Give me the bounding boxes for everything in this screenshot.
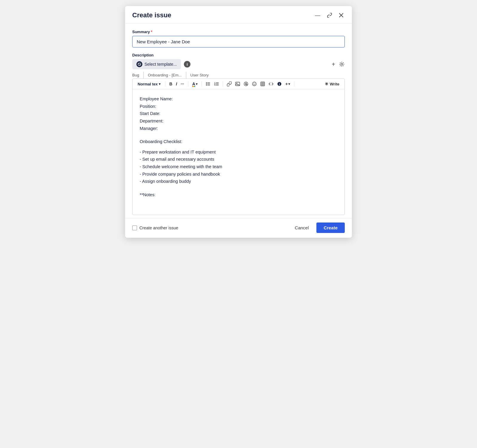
blank-line [140,185,337,188]
create-another-label: Create another issue [139,225,178,230]
settings-button[interactable] [339,61,345,67]
cancel-button[interactable]: Cancel [290,223,314,233]
editor-line: **Notes: [140,191,337,199]
color-section: A ▾ [191,81,199,87]
expand-button[interactable] [326,12,333,19]
create-another-wrapper: Create another issue [132,225,178,230]
bullet-list-button[interactable] [204,81,212,87]
svg-point-1 [341,63,343,65]
link-button[interactable] [225,81,233,87]
modal-header: Create issue — [125,6,352,24]
svg-rect-15 [261,82,265,86]
minimize-button[interactable]: — [314,12,321,19]
footer-right: Cancel Create [290,223,345,233]
modal-title: Create issue [132,11,171,19]
description-field: Description Select template... [132,53,345,215]
blank-line [140,135,337,138]
more-insert-button[interactable]: + ▾ [284,81,292,87]
header-controls: — [314,12,345,19]
bold-button[interactable]: B [168,81,174,87]
create-button[interactable]: Create [316,223,345,233]
modal-footer: Create another issue Cancel Create [125,218,352,238]
editor-content[interactable]: Employee Name: Position: Start Date: Dep… [133,89,344,215]
editor-line: Position: [140,103,337,110]
svg-point-12 [253,82,256,86]
emoji-button[interactable] [250,81,258,87]
bullet-list-icon [206,82,210,86]
editor-line: - Schedule welcome meeting with the team [140,163,337,171]
blank-line [140,132,337,135]
text-color-button[interactable]: A ▾ [191,81,199,87]
editor-line: Employee Name: [140,95,337,103]
tab-user-story[interactable]: User Story [190,72,213,79]
required-indicator: * [151,30,152,34]
svg-point-4 [206,85,207,86]
svg-text:3.: 3. [214,84,216,86]
table-button[interactable] [259,81,267,87]
create-issue-modal: Create issue — Summary * [125,6,352,238]
mention-icon [244,82,248,86]
summary-label: Summary * [132,30,345,34]
toolbar-divider-3 [201,81,202,87]
toolbar-divider-5 [294,81,294,87]
editor-line: - Assign onboarding buddy [140,178,337,185]
gear-icon [339,61,345,67]
select-template-button[interactable]: Select template... [132,59,181,69]
toolbar-divider-1 [165,81,165,87]
description-label: Description [132,53,345,57]
add-template-button[interactable]: + [332,61,335,68]
info-circle-icon [277,82,282,86]
toolbar-divider-4 [223,81,223,87]
svg-point-14 [255,83,256,84]
sparkle-icon: ✳ [325,82,328,86]
description-right: + [332,61,345,68]
info-circle-button[interactable] [276,81,283,87]
editor-line: Start Date: [140,110,337,117]
expand-icon [327,13,332,18]
svg-point-9 [236,83,237,84]
svg-point-2 [206,82,207,83]
more-format-button[interactable]: ··· [179,81,186,87]
image-button[interactable] [234,81,241,87]
template-icon [136,61,142,67]
close-button[interactable] [338,12,345,18]
list-section: 1. 2. 3. [204,81,220,87]
color-a-icon: A [192,82,195,86]
editor-line: Onboarding Checklist: [140,138,337,145]
ordered-list-button[interactable]: 1. 2. 3. [213,81,220,87]
code-icon [269,82,273,86]
italic-button[interactable]: I [174,81,179,87]
modal-body: Summary * Description [125,24,352,215]
emoji-icon [252,82,257,86]
description-left: Select template... i [132,59,190,69]
description-controls: Select template... i + [132,59,345,69]
blank-line [140,188,337,191]
create-another-checkbox[interactable] [132,225,137,230]
mention-button[interactable] [242,81,250,87]
text-format-dropdown[interactable]: Normal tex ▾ [136,81,163,87]
ordered-list-icon: 1. 2. 3. [214,82,219,86]
chevron-down-icon: ▾ [159,82,161,86]
chevron-down-icon-2: ▾ [196,82,198,86]
tab-onboarding[interactable]: Onboarding - [Em... [148,72,186,79]
code-button[interactable] [267,81,275,87]
editor-line: - Provide company policies and handbook [140,171,337,178]
svg-point-17 [279,83,280,83]
editor-line: Department: [140,117,337,125]
write-ai-button[interactable]: ✳ Write [323,81,341,87]
editor-line: - Set up email and necessary accounts [140,156,337,163]
summary-field: Summary * [132,30,345,47]
table-icon [260,82,265,86]
image-icon [235,82,240,86]
svg-point-3 [206,84,207,85]
summary-input[interactable] [132,36,345,47]
info-icon[interactable]: i [184,61,190,67]
blank-line [140,145,337,148]
tab-bug[interactable]: Bug [132,72,144,79]
svg-point-13 [253,83,254,84]
editor-toolbar: Normal tex ▾ B I ··· A ▾ [133,79,344,89]
insert-section: + ▾ [225,81,292,87]
editor-line: - Prepare workstation and IT equipment [140,148,337,156]
chevron-down-icon-3: ▾ [288,82,290,86]
close-icon [339,13,344,18]
